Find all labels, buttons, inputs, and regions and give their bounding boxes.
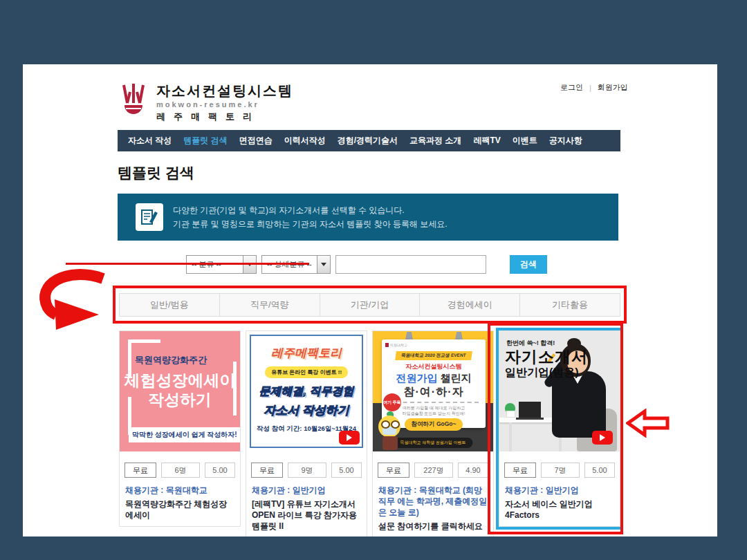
card3-stats: 무료 227명 4.90 bbox=[373, 463, 493, 478]
org-link[interactable]: 채용기관 : 목원대학교 bbox=[125, 485, 234, 496]
tab-other-use[interactable]: 기타활용 bbox=[519, 293, 620, 317]
tab-job-competency[interactable]: 직무/역량 bbox=[219, 293, 320, 317]
notice-text: 다양한 기관(기업 및 학교)의 자기소개서를 선택할 수 있습니다. 기관 분… bbox=[173, 203, 448, 231]
nav-item-experience[interactable]: 경험/경력기술서 bbox=[338, 135, 398, 147]
brand-emblem-icon bbox=[118, 82, 149, 122]
rating-value: 5.00 bbox=[205, 463, 235, 478]
card1-caption: 채용기관 : 목원대학교 목원역량강화주간 체험성장에세이 bbox=[120, 478, 240, 521]
account-divider: | bbox=[589, 84, 591, 92]
org-link[interactable]: 채용기관 : 일반기업 bbox=[505, 485, 614, 496]
chevron-down-icon[interactable] bbox=[317, 256, 330, 273]
nav-item-resume-write[interactable]: 자소서 작성 bbox=[128, 135, 172, 147]
thumb-headline2: 일반기업(범용) bbox=[505, 366, 579, 380]
tab-organization[interactable]: 기관/기업 bbox=[320, 293, 421, 317]
login-link[interactable]: 로그인 bbox=[560, 82, 583, 93]
annotation-left-arrow-icon bbox=[626, 409, 670, 438]
page-title: 템플릿 검색 bbox=[118, 163, 194, 183]
participant-count: 6명 bbox=[161, 463, 200, 478]
page-content: 자소서컨설팅시스템 mokwon-resume.kr 레주매팩토리 로그인 | … bbox=[23, 64, 717, 536]
card3-thumbnail[interactable]: 목원대학교 목원대학교 2020 전교생 EVENT 자소서컨설팅시스템 전원가… bbox=[373, 331, 493, 451]
participant-count: 9명 bbox=[288, 463, 326, 478]
template-card-3[interactable]: 목원대학교 목원대학교 2020 전교생 EVENT 자소서컨설팅시스템 전원가… bbox=[372, 330, 494, 536]
annotation-underline bbox=[66, 263, 309, 265]
note-pencil-icon bbox=[136, 203, 163, 231]
brand-title: 자소서컨설팅시스템 bbox=[156, 82, 293, 99]
card4-stats: 무료 7명 5.00 bbox=[499, 463, 620, 478]
join-button[interactable]: 참여하기 GoGo~ bbox=[405, 418, 463, 431]
thumb-headline2: 작성하기 bbox=[120, 389, 240, 411]
template-card-1[interactable]: 목원역량강화주간 체험성장에세이 작성하기 막막한 성장에세이 쉽게 작성하자!… bbox=[119, 330, 241, 527]
card1-stats: 무료 6명 5.00 bbox=[120, 463, 240, 478]
thumb-headline: 자기소개서 bbox=[505, 346, 588, 368]
category-tabs: 일반/범용 직무/역량 기관/기업 경험에세이 기타활용 bbox=[119, 293, 620, 317]
nav-item-interview[interactable]: 면접연습 bbox=[239, 135, 273, 147]
laptop-graphic bbox=[519, 402, 541, 418]
notice-banner: 다양한 기관(기업 및 학교)의 자기소개서를 선택할 수 있습니다. 기관 분… bbox=[118, 194, 618, 241]
notice-line2: 기관 분류 및 명칭으로 희망하는 기관의 자소서 템플릿 찾아 등록해 보세요… bbox=[173, 217, 448, 231]
nav-item-event[interactable]: 이벤트 bbox=[513, 135, 537, 147]
price-badge: 무료 bbox=[504, 463, 536, 478]
card4-thumbnail[interactable]: 한번에 쓱~! 합격! 자기소개서 일반기업(범용) bbox=[499, 331, 620, 451]
card4-caption: 채용기관 : 일반기업 자소서 베이스 일반기업 4Factors bbox=[499, 478, 620, 521]
university-mark: 목원대학교 bbox=[382, 343, 486, 347]
nav-item-notice[interactable]: 공지사항 bbox=[549, 135, 582, 147]
divider bbox=[389, 402, 479, 403]
search-button[interactable]: 검색 bbox=[510, 255, 547, 274]
youtube-play-icon[interactable] bbox=[592, 431, 613, 445]
card-title[interactable]: 설문 참여하기를 클릭하세요 bbox=[378, 521, 488, 532]
org-link[interactable]: 채용기관 : 일반기업 bbox=[252, 485, 361, 496]
card2-thumbnail[interactable]: 레주메팩토리 유튜브 온라인 특강 이벤트 !! 문제해결, 직무경험 자소서 … bbox=[246, 331, 367, 451]
laptop-graphic bbox=[516, 418, 544, 420]
mascot-character bbox=[376, 411, 406, 450]
keyword-input[interactable] bbox=[335, 255, 486, 274]
thumb-tagline: 막막한 성장에세이 쉽게 작성하자! bbox=[129, 427, 240, 442]
template-card-2[interactable]: 레주메팩토리 유튜브 온라인 특강 이벤트 !! 문제해결, 직무경험 자소서 … bbox=[246, 330, 367, 536]
nav-item-cv-write[interactable]: 이력서작성 bbox=[284, 135, 326, 147]
org-link[interactable]: 채용기관 : 목원대학교 (희망직무 에는 학과명, 제출예정일은 오늘 로) bbox=[378, 485, 488, 518]
rating-value: 5.00 bbox=[584, 463, 615, 478]
card-title[interactable]: 목원역량강화주간 체험성장에세이 bbox=[125, 498, 234, 521]
nav-item-repack-tv[interactable]: 레팩TV bbox=[473, 135, 500, 147]
signup-link[interactable]: 회원가입 bbox=[598, 82, 628, 93]
brand-domain: mokwon-resume.kr bbox=[156, 100, 293, 109]
youtube-play-icon[interactable] bbox=[339, 431, 360, 445]
tab-experience-essay[interactable]: 경험에세이 bbox=[419, 293, 520, 317]
card1-thumbnail[interactable]: 목원역량강화주간 체험성장에세이 작성하기 막막한 성장에세이 쉽게 작성하자! bbox=[120, 331, 240, 451]
brand-text: 자소서컨설팅시스템 mokwon-resume.kr 레주매팩토리 bbox=[156, 82, 293, 123]
participant-count: 7명 bbox=[541, 463, 580, 478]
site-logo[interactable]: 자소서컨설팅시스템 mokwon-resume.kr 레주매팩토리 bbox=[118, 82, 293, 123]
brand-subtitle: 레주매팩토리 bbox=[156, 111, 293, 123]
nav-item-template-search[interactable]: 템플릿 검색 bbox=[183, 135, 227, 147]
template-card-4[interactable]: 한번에 쓱~! 합격! 자기소개서 일반기업(범용) 무료 7명 5.00 채용… bbox=[499, 330, 620, 527]
main-nav: 자소서 작성 템플릿 검색 면접연습 이력서작성 경험/경력기술서 교육과정 소… bbox=[118, 130, 620, 151]
thumb-headline: 체험성장에세이 bbox=[120, 370, 240, 391]
price-badge: 무료 bbox=[251, 463, 283, 478]
thumb-kicker: 목원역량강화주간 bbox=[135, 354, 207, 366]
attention-badge: 여기 주목 bbox=[383, 393, 401, 411]
desk-graphic bbox=[509, 422, 512, 451]
price-badge: 무료 bbox=[124, 463, 156, 478]
annotation-curved-arrow-icon bbox=[31, 268, 107, 331]
card2-stats: 무료 9명 5.00 bbox=[246, 463, 367, 478]
ribbon-banner: 목원대학교 2020 전교생 EVENT bbox=[395, 351, 472, 360]
participant-count: 227명 bbox=[414, 463, 453, 478]
tab-general[interactable]: 일반/범용 bbox=[119, 293, 220, 317]
card-title[interactable]: 자소서 베이스 일반기업 4Factors bbox=[505, 498, 614, 521]
account-links: 로그인 | 회원가입 bbox=[560, 82, 628, 93]
card3-caption: 채용기관 : 목원대학교 (희망직무 에는 학과명, 제출예정일은 오늘 로) … bbox=[373, 478, 493, 532]
plant-graphic bbox=[506, 411, 515, 418]
notice-line1: 다양한 기관(기업 및 학교)의 자기소개서를 선택할 수 있습니다. bbox=[173, 203, 448, 217]
price-badge: 무료 bbox=[378, 463, 409, 478]
rating-value: 5.00 bbox=[331, 463, 362, 478]
thumb-brand: 자소서컨설팅시스템 bbox=[382, 362, 486, 371]
card-title[interactable]: [레팩TV] 유튜브 자기소개서 OPEN 라이브 특강 참가자용 템플릿 II bbox=[252, 498, 361, 532]
nav-item-curriculum[interactable]: 교육과정 소개 bbox=[409, 135, 461, 147]
card2-caption: 채용기관 : 일반기업 [레팩TV] 유튜브 자기소개서 OPEN 라이브 특강… bbox=[246, 478, 367, 532]
thumb-headline: 전원가입 챌린지 bbox=[382, 372, 486, 385]
rating-value: 4.90 bbox=[458, 463, 488, 478]
